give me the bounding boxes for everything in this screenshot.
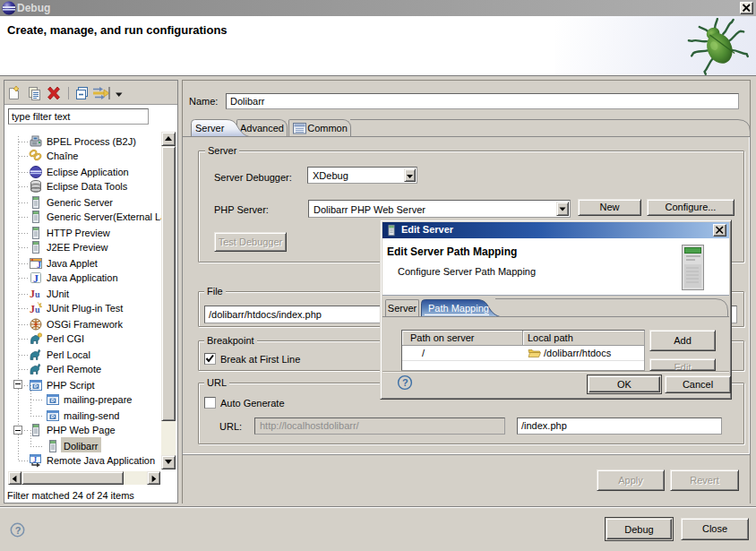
svg-text:Server: Server <box>195 123 225 133</box>
svg-text:J: J <box>33 456 37 464</box>
svg-text:?: ? <box>15 525 21 536</box>
svg-text:Path Mapping: Path Mapping <box>428 303 489 314</box>
svg-text:?: ? <box>402 377 408 388</box>
svg-text:u: u <box>35 289 40 299</box>
svg-text:J: J <box>33 272 39 285</box>
svg-text:J: J <box>37 260 41 270</box>
